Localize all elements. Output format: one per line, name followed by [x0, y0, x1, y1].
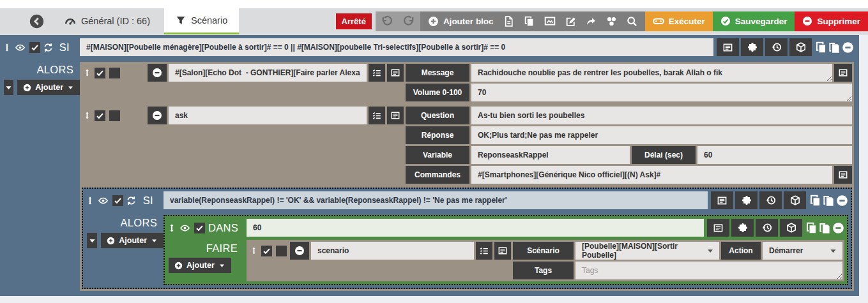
- si-keyword: SI: [143, 195, 153, 207]
- commandes-list-button[interactable]: [834, 166, 852, 184]
- field-label: Variable: [406, 146, 469, 164]
- history-button[interactable]: [759, 191, 782, 209]
- remove-action-button[interactable]: [290, 242, 309, 260]
- paste-block-icon[interactable]: [828, 41, 841, 54]
- remove-block-icon[interactable]: [836, 195, 848, 207]
- edit-icon[interactable]: [565, 16, 576, 27]
- variable-input[interactable]: [471, 146, 630, 164]
- action-log-checkbox[interactable]: [109, 110, 120, 121]
- expression-list-button[interactable]: [717, 38, 739, 56]
- history-button[interactable]: [765, 38, 788, 56]
- copy-block-icon[interactable]: [809, 195, 821, 207]
- drag-handle-icon[interactable]: [84, 111, 91, 120]
- drag-handle-icon[interactable]: [3, 43, 11, 52]
- remove-block-icon[interactable]: [832, 222, 844, 234]
- condition-input[interactable]: [164, 191, 708, 209]
- tab-general[interactable]: Général (ID : 66): [53, 8, 162, 34]
- save-button[interactable]: Sauvegarder: [713, 11, 795, 31]
- command-select-button[interactable]: [387, 64, 404, 82]
- caret-down-icon: [88, 237, 96, 245]
- search-icon[interactable]: [627, 16, 637, 27]
- dans-delay-input[interactable]: [247, 219, 704, 237]
- plugin-button[interactable]: [741, 38, 763, 56]
- eye-icon[interactable]: [14, 43, 26, 52]
- drag-handle-icon[interactable]: [250, 246, 257, 255]
- template-icon[interactable]: [503, 16, 514, 27]
- message-textarea[interactable]: Rachidouche noublie pas de rentrer les p…: [471, 64, 832, 82]
- remove-block-icon[interactable]: [842, 41, 854, 54]
- action-enabled-checkbox[interactable]: [95, 68, 105, 78]
- add-action-button[interactable]: Ajouter: [101, 233, 164, 248]
- command-search-button[interactable]: [476, 242, 492, 260]
- tab-scenario[interactable]: Scénario: [164, 8, 239, 34]
- copy-block-icon[interactable]: [815, 41, 827, 54]
- field-label: Réponse: [406, 126, 469, 144]
- copy-block-icon[interactable]: [805, 222, 818, 234]
- blocks-icon[interactable]: [606, 16, 617, 27]
- action-log-checkbox[interactable]: [109, 68, 120, 78]
- list-check-icon: [372, 111, 381, 120]
- tab-bar: Général (ID : 66) Scénario Arrêté Ajoute…: [0, 8, 868, 34]
- plugin-button[interactable]: [731, 219, 754, 237]
- expression-list-button[interactable]: [711, 191, 733, 209]
- question-input[interactable]: [471, 107, 852, 124]
- object-button[interactable]: [789, 38, 812, 56]
- history-button[interactable]: [756, 219, 778, 237]
- remove-action-button[interactable]: [148, 107, 167, 124]
- object-button[interactable]: [780, 219, 802, 237]
- drag-handle-icon[interactable]: [168, 223, 176, 233]
- tags-textarea[interactable]: [575, 262, 842, 279]
- delai-input[interactable]: [697, 146, 852, 164]
- message-list-button[interactable]: [834, 64, 852, 82]
- action-command-input[interactable]: [169, 64, 367, 82]
- command-select-button[interactable]: [494, 242, 511, 260]
- export-icon[interactable]: [586, 16, 597, 27]
- command-select-button[interactable]: [387, 107, 404, 124]
- expression-list-button[interactable]: [707, 219, 729, 237]
- puzzle-icon: [738, 223, 748, 233]
- refresh-icon[interactable]: [43, 43, 53, 52]
- enabled-checkbox[interactable]: [29, 42, 40, 53]
- action-select[interactable]: Démarrer: [763, 242, 842, 260]
- add-action-button[interactable]: Ajouter: [17, 80, 80, 95]
- eye-icon[interactable]: [97, 196, 109, 205]
- drag-handle-icon[interactable]: [86, 196, 94, 205]
- if-block-1: SI ALORS Ajouter: [0, 35, 859, 296]
- collapse-button[interactable]: [87, 233, 97, 248]
- action-log-checkbox[interactable]: [276, 246, 287, 256]
- eye-icon[interactable]: [179, 223, 191, 233]
- add-block-button[interactable]: Ajouter bloc: [428, 16, 494, 27]
- commandes-input[interactable]: [471, 166, 832, 184]
- volume-textarea[interactable]: 70: [471, 84, 852, 101]
- collapse-button[interactable]: [4, 80, 13, 95]
- scenario-select[interactable]: [Poubelle][MAISON][Sortir Poubelle]: [575, 242, 719, 260]
- paste-block-icon[interactable]: [823, 195, 835, 207]
- dans-block-sidebar: DANS FAIRE Ajouter: [165, 219, 247, 281]
- condition-input[interactable]: [80, 38, 713, 56]
- refresh-icon[interactable]: [126, 196, 136, 205]
- delete-button[interactable]: Supprimer: [795, 11, 868, 31]
- undo-icon[interactable]: [381, 15, 393, 27]
- object-button[interactable]: [784, 191, 806, 209]
- command-search-button[interactable]: [369, 107, 385, 124]
- enabled-checkbox[interactable]: [112, 195, 123, 206]
- command-search-button[interactable]: [369, 64, 385, 82]
- drag-handle-icon[interactable]: [84, 68, 91, 77]
- action-command-input[interactable]: [311, 242, 474, 260]
- action-command-input[interactable]: [169, 107, 367, 124]
- list-check-icon: [480, 246, 489, 255]
- execute-button[interactable]: Exécuter: [645, 11, 713, 31]
- add-action-button[interactable]: Ajouter: [169, 258, 231, 273]
- frame-icon[interactable]: [544, 15, 556, 27]
- remove-action-button[interactable]: [148, 64, 167, 82]
- redo-icon[interactable]: [403, 15, 415, 27]
- action-enabled-checkbox[interactable]: [261, 246, 272, 256]
- action-enabled-checkbox[interactable]: [95, 110, 105, 121]
- list-icon: [713, 223, 723, 233]
- plugin-button[interactable]: [735, 191, 758, 209]
- paste-block-icon[interactable]: [819, 222, 831, 234]
- back-button[interactable]: [29, 14, 44, 29]
- enabled-checkbox[interactable]: [194, 223, 205, 233]
- reponse-input[interactable]: [471, 126, 852, 144]
- copy-icon[interactable]: [524, 16, 535, 27]
